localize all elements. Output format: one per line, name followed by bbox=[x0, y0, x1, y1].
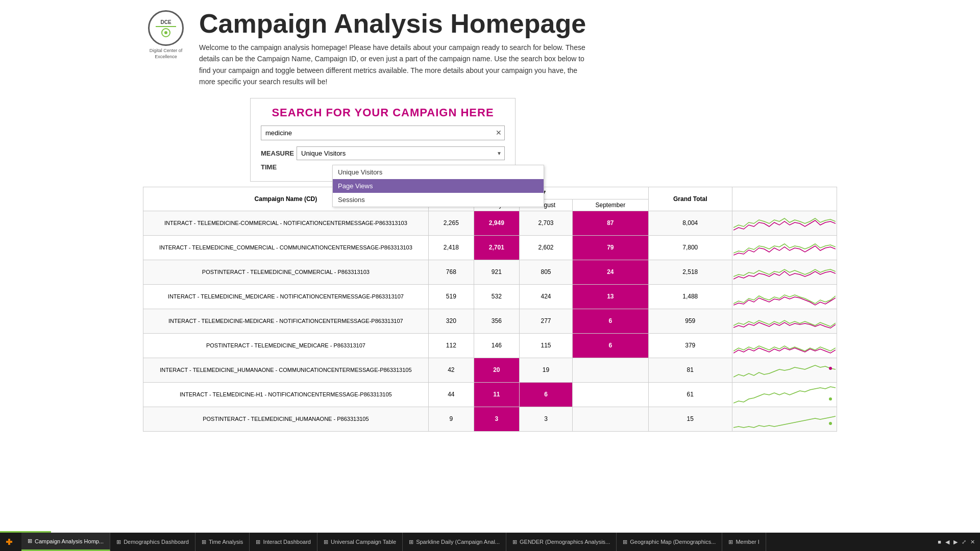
tab-icon: ⊞ bbox=[409, 539, 413, 545]
june-cell: 320 bbox=[428, 309, 474, 333]
tab-geographic-map[interactable]: ⊞ Geographic Map (Demographics... bbox=[617, 533, 722, 551]
tab-time-analysis[interactable]: ⊞ Time Analysis bbox=[195, 533, 250, 551]
campaign-table-container: Campaign Name (CD) 2017 Grand Total June… bbox=[143, 187, 837, 432]
option-page-views[interactable]: Page Views bbox=[333, 179, 544, 193]
sparkline-cell bbox=[732, 358, 837, 382]
august-cell: 424 bbox=[519, 284, 572, 309]
tab-icon: ⊞ bbox=[116, 539, 121, 545]
campaign-name-cell: POSTINTERACT - TELEMEDICINE_COMMERCIAL -… bbox=[143, 260, 429, 284]
stop-icon[interactable]: ■ bbox=[938, 539, 941, 545]
campaign-name-cell: INTERACT - TELEMEDICINE_MEDICARE - NOTIF… bbox=[143, 284, 429, 309]
sparkline-cell bbox=[732, 235, 837, 260]
august-cell: 2,703 bbox=[519, 211, 572, 235]
sep-cell bbox=[573, 382, 648, 407]
august-cell: 2,602 bbox=[519, 235, 572, 260]
sep-cell: 6 bbox=[573, 333, 648, 358]
search-input[interactable] bbox=[261, 126, 505, 140]
sparkline-chart bbox=[733, 408, 836, 429]
next-tab-icon[interactable]: ▶ bbox=[953, 539, 958, 545]
svg-point-1 bbox=[829, 397, 832, 400]
logo-circle: DCE bbox=[148, 10, 184, 46]
sparkline-chart bbox=[733, 335, 836, 355]
tab-label: GENDER (Demographics Analysis... bbox=[520, 539, 610, 545]
tab-member[interactable]: ⊞ Member I bbox=[722, 533, 766, 551]
tab-universal-campaign-table[interactable]: ⊞ Universal Campaign Table bbox=[317, 533, 403, 551]
june-cell: 9 bbox=[428, 407, 474, 431]
measure-select-container: Unique Visitors Page Views Sessions ▼ Un… bbox=[297, 146, 505, 160]
measure-dropdown[interactable]: Unique Visitors Page Views Sessions bbox=[297, 146, 505, 160]
table-row: INTERACT - TELEMEDICINE_COMMERCIAL - COM… bbox=[143, 235, 837, 260]
sparkline-chart bbox=[733, 310, 836, 331]
col-sparkline bbox=[732, 187, 837, 211]
tab-interact-dashboard[interactable]: ⊞ Interact Dashboard bbox=[250, 533, 317, 551]
june-cell: 768 bbox=[428, 260, 474, 284]
svg-point-0 bbox=[829, 367, 832, 370]
august-cell: 6 bbox=[519, 382, 572, 407]
sep-cell: 79 bbox=[573, 235, 648, 260]
tab-label: Campaign Analysis Homp... bbox=[35, 538, 104, 544]
tab-sparkline-daily[interactable]: ⊞ Sparkline Daily (Campaign Anal... bbox=[403, 533, 506, 551]
sparkline-cell bbox=[732, 211, 837, 235]
option-sessions[interactable]: Sessions bbox=[333, 193, 544, 207]
total-cell: 7,800 bbox=[648, 235, 732, 260]
june-cell: 112 bbox=[428, 333, 474, 358]
july-cell: 146 bbox=[474, 333, 519, 358]
july-cell: 356 bbox=[474, 309, 519, 333]
tab-label: Geographic Map (Demographics... bbox=[630, 539, 716, 545]
sparkline-cell bbox=[732, 309, 837, 333]
page-title: Campaign Analysis Homepage bbox=[199, 10, 960, 37]
tab-label: Interact Dashboard bbox=[263, 539, 311, 545]
taskbar: ⊞ Campaign Analysis Homp... ⊞ Demographi… bbox=[0, 533, 980, 551]
sparkline-chart bbox=[733, 359, 836, 380]
august-cell: 19 bbox=[519, 358, 572, 382]
campaign-name-cell: POSTINTERACT - TELEMEDICINE_MEDICARE - P… bbox=[143, 333, 429, 358]
total-cell: 1,488 bbox=[648, 284, 732, 309]
sparkline-chart bbox=[733, 384, 836, 404]
total-cell: 959 bbox=[648, 309, 732, 333]
close-icon[interactable]: ✕ bbox=[970, 539, 975, 545]
svg-rect-4 bbox=[6, 541, 12, 543]
taskbar-start bbox=[0, 538, 21, 546]
option-unique-visitors[interactable]: Unique Visitors bbox=[333, 165, 544, 179]
total-cell: 379 bbox=[648, 333, 732, 358]
total-cell: 61 bbox=[648, 382, 732, 407]
campaign-name-cell: INTERACT - TELEMEDICINE_HUMANAONE - COMM… bbox=[143, 358, 429, 382]
august-cell: 3 bbox=[519, 407, 572, 431]
sparkline-cell bbox=[732, 284, 837, 309]
sparkline-cell bbox=[732, 407, 837, 431]
sparkline-cell bbox=[732, 260, 837, 284]
sep-cell: 13 bbox=[573, 284, 648, 309]
tableau-icon bbox=[5, 538, 13, 546]
table-row: POSTINTERACT - TELEMEDICINE_MEDICARE - P… bbox=[143, 333, 837, 358]
prev-tab-icon[interactable]: ◀ bbox=[945, 539, 949, 545]
sep-cell: 6 bbox=[573, 309, 648, 333]
tab-campaign-analysis[interactable]: ⊞ Campaign Analysis Homp... bbox=[21, 533, 110, 551]
search-title: SEARCH FOR YOUR CAMPAIGN HERE bbox=[261, 106, 505, 119]
sparkline-cell bbox=[732, 333, 837, 358]
col-september: September bbox=[573, 199, 648, 211]
page-header: DCE Digital Center ofExcellence Campaign… bbox=[0, 0, 980, 93]
sparkline-chart bbox=[733, 212, 836, 233]
sep-cell bbox=[573, 358, 648, 382]
sep-cell: 87 bbox=[573, 211, 648, 235]
sparkline-chart bbox=[733, 286, 836, 306]
tab-gender-demographics[interactable]: ⊞ GENDER (Demographics Analysis... bbox=[506, 533, 617, 551]
svg-point-2 bbox=[829, 422, 832, 425]
total-cell: 8,004 bbox=[648, 211, 732, 235]
fullscreen-icon[interactable]: ⤢ bbox=[962, 539, 966, 545]
tab-icon: ⊞ bbox=[202, 539, 206, 545]
july-cell: 11 bbox=[474, 382, 519, 407]
tab-label: Universal Campaign Table bbox=[331, 539, 396, 545]
table-row: INTERACT - TELEMEDICINE_HUMANAONE - COMM… bbox=[143, 358, 837, 382]
tab-demographics-dashboard[interactable]: ⊞ Demographics Dashboard bbox=[110, 533, 195, 551]
june-cell: 2,418 bbox=[428, 235, 474, 260]
taskbar-tabs: ⊞ Campaign Analysis Homp... ⊞ Demographi… bbox=[21, 533, 933, 551]
sparkline-chart bbox=[733, 261, 836, 282]
measure-row: MEASURE Unique Visitors Page Views Sessi… bbox=[261, 146, 505, 160]
clear-icon[interactable]: ✕ bbox=[496, 129, 502, 137]
tab-icon: ⊞ bbox=[256, 539, 260, 545]
campaign-name-cell: INTERACT - TELEMEDICINE-MEDICARE - NOTIF… bbox=[143, 309, 429, 333]
table-row: INTERACT - TELEMEDICINE-COMMERCIAL - NOT… bbox=[143, 211, 837, 235]
col-grand-total: Grand Total bbox=[648, 187, 732, 211]
table-row: POSTINTERACT - TELEMEDICINE_COMMERCIAL -… bbox=[143, 260, 837, 284]
